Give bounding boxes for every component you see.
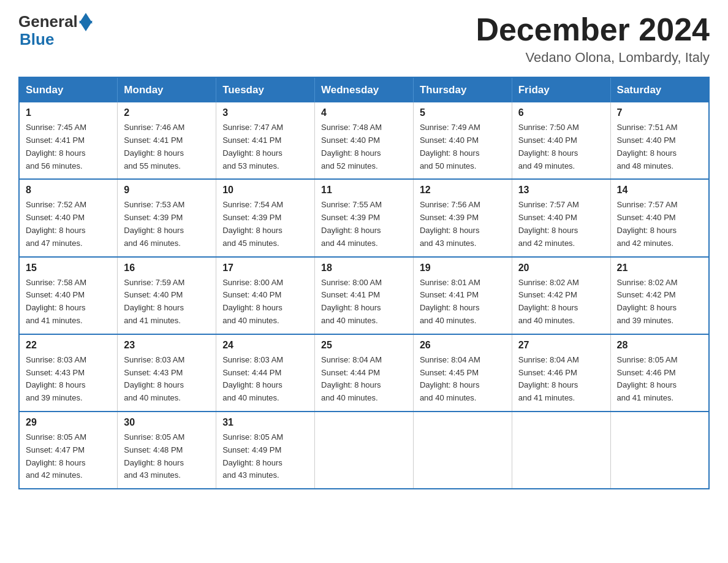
- day-info: Sunrise: 7:52 AM Sunset: 4:40 PM Dayligh…: [26, 199, 111, 250]
- header-wednesday: Wednesday: [315, 77, 414, 102]
- day-info: Sunrise: 7:47 AM Sunset: 4:41 PM Dayligh…: [222, 121, 308, 172]
- day-number: 27: [518, 340, 604, 351]
- day-info: Sunrise: 7:51 AM Sunset: 4:40 PM Dayligh…: [617, 121, 702, 172]
- day-info: Sunrise: 8:03 AM Sunset: 4:44 PM Dayligh…: [222, 354, 308, 405]
- day-info: Sunrise: 8:05 AM Sunset: 4:46 PM Dayligh…: [617, 354, 702, 405]
- day-info: Sunrise: 7:49 AM Sunset: 4:40 PM Dayligh…: [420, 121, 506, 172]
- logo-general-text: General: [18, 12, 78, 31]
- calendar-week-row: 8 Sunrise: 7:52 AM Sunset: 4:40 PM Dayli…: [19, 179, 709, 256]
- day-number: 12: [420, 185, 506, 196]
- table-row: 19 Sunrise: 8:01 AM Sunset: 4:41 PM Dayl…: [413, 257, 512, 334]
- day-number: 18: [321, 262, 407, 274]
- table-row: 23 Sunrise: 8:03 AM Sunset: 4:43 PM Dayl…: [118, 334, 216, 412]
- day-number: 24: [222, 340, 308, 351]
- title-section: December 2024 Vedano Olona, Lombardy, It…: [476, 12, 710, 66]
- day-info: Sunrise: 7:57 AM Sunset: 4:40 PM Dayligh…: [518, 199, 604, 250]
- day-number: 2: [124, 107, 210, 118]
- day-info: Sunrise: 8:02 AM Sunset: 4:42 PM Dayligh…: [617, 277, 702, 327]
- day-info: Sunrise: 8:00 AM Sunset: 4:41 PM Dayligh…: [321, 277, 407, 327]
- table-row: 27 Sunrise: 8:04 AM Sunset: 4:46 PM Dayl…: [512, 334, 610, 412]
- table-row: 10 Sunrise: 7:54 AM Sunset: 4:39 PM Dayl…: [216, 179, 315, 256]
- day-info: Sunrise: 7:55 AM Sunset: 4:39 PM Dayligh…: [321, 199, 407, 250]
- day-number: 9: [124, 185, 210, 196]
- day-number: 30: [124, 417, 210, 428]
- table-row: 2 Sunrise: 7:46 AM Sunset: 4:41 PM Dayli…: [118, 102, 216, 179]
- day-number: 1: [26, 107, 111, 118]
- day-info: Sunrise: 7:45 AM Sunset: 4:41 PM Dayligh…: [26, 121, 111, 172]
- day-number: 26: [420, 340, 506, 351]
- table-row: 21 Sunrise: 8:02 AM Sunset: 4:42 PM Dayl…: [610, 257, 709, 334]
- table-row: 18 Sunrise: 8:00 AM Sunset: 4:41 PM Dayl…: [315, 257, 414, 334]
- day-number: 15: [26, 262, 111, 274]
- logo: General Blue: [18, 12, 93, 49]
- header-sunday: Sunday: [19, 77, 118, 102]
- day-number: 17: [222, 262, 308, 274]
- day-number: 4: [321, 107, 407, 118]
- table-row: [512, 412, 610, 489]
- day-info: Sunrise: 8:05 AM Sunset: 4:48 PM Dayligh…: [124, 431, 210, 482]
- day-number: 21: [617, 262, 702, 274]
- table-row: 5 Sunrise: 7:49 AM Sunset: 4:40 PM Dayli…: [413, 102, 512, 179]
- table-row: 26 Sunrise: 8:04 AM Sunset: 4:45 PM Dayl…: [413, 334, 512, 412]
- day-number: 8: [26, 185, 111, 196]
- table-row: 15 Sunrise: 7:58 AM Sunset: 4:40 PM Dayl…: [19, 257, 118, 334]
- calendar-table: Sunday Monday Tuesday Wednesday Thursday…: [18, 77, 710, 489]
- calendar-week-row: 22 Sunrise: 8:03 AM Sunset: 4:43 PM Dayl…: [19, 334, 709, 412]
- table-row: 20 Sunrise: 8:02 AM Sunset: 4:42 PM Dayl…: [512, 257, 610, 334]
- table-row: 3 Sunrise: 7:47 AM Sunset: 4:41 PM Dayli…: [216, 102, 315, 179]
- day-info: Sunrise: 7:57 AM Sunset: 4:40 PM Dayligh…: [617, 199, 702, 250]
- day-number: 28: [617, 340, 702, 351]
- logo-icon: [78, 13, 93, 31]
- day-info: Sunrise: 8:03 AM Sunset: 4:43 PM Dayligh…: [26, 354, 111, 405]
- table-row: 28 Sunrise: 8:05 AM Sunset: 4:46 PM Dayl…: [610, 334, 709, 412]
- header-thursday: Thursday: [413, 77, 512, 102]
- day-number: 25: [321, 340, 407, 351]
- day-info: Sunrise: 8:02 AM Sunset: 4:42 PM Dayligh…: [518, 277, 604, 327]
- day-info: Sunrise: 8:01 AM Sunset: 4:41 PM Dayligh…: [420, 277, 506, 327]
- day-info: Sunrise: 7:54 AM Sunset: 4:39 PM Dayligh…: [222, 199, 308, 250]
- calendar-week-row: 1 Sunrise: 7:45 AM Sunset: 4:41 PM Dayli…: [19, 102, 709, 179]
- table-row: 13 Sunrise: 7:57 AM Sunset: 4:40 PM Dayl…: [512, 179, 610, 256]
- day-number: 29: [26, 417, 111, 428]
- day-number: 31: [222, 417, 308, 428]
- table-row: 14 Sunrise: 7:57 AM Sunset: 4:40 PM Dayl…: [610, 179, 709, 256]
- day-info: Sunrise: 7:48 AM Sunset: 4:40 PM Dayligh…: [321, 121, 407, 172]
- day-info: Sunrise: 8:00 AM Sunset: 4:40 PM Dayligh…: [222, 277, 308, 327]
- calendar-week-row: 29 Sunrise: 8:05 AM Sunset: 4:47 PM Dayl…: [19, 412, 709, 489]
- day-number: 20: [518, 262, 604, 274]
- day-info: Sunrise: 8:04 AM Sunset: 4:45 PM Dayligh…: [420, 354, 506, 405]
- table-row: 30 Sunrise: 8:05 AM Sunset: 4:48 PM Dayl…: [118, 412, 216, 489]
- table-row: 25 Sunrise: 8:04 AM Sunset: 4:44 PM Dayl…: [315, 334, 414, 412]
- table-row: 24 Sunrise: 8:03 AM Sunset: 4:44 PM Dayl…: [216, 334, 315, 412]
- calendar-week-row: 15 Sunrise: 7:58 AM Sunset: 4:40 PM Dayl…: [19, 257, 709, 334]
- table-row: 4 Sunrise: 7:48 AM Sunset: 4:40 PM Dayli…: [315, 102, 414, 179]
- table-row: [315, 412, 414, 489]
- day-number: 13: [518, 185, 604, 196]
- table-row: 16 Sunrise: 7:59 AM Sunset: 4:40 PM Dayl…: [118, 257, 216, 334]
- table-row: 11 Sunrise: 7:55 AM Sunset: 4:39 PM Dayl…: [315, 179, 414, 256]
- day-number: 14: [617, 185, 702, 196]
- location-text: Vedano Olona, Lombardy, Italy: [476, 50, 710, 66]
- header-friday: Friday: [512, 77, 610, 102]
- table-row: 1 Sunrise: 7:45 AM Sunset: 4:41 PM Dayli…: [19, 102, 118, 179]
- day-info: Sunrise: 8:05 AM Sunset: 4:47 PM Dayligh…: [26, 431, 111, 482]
- day-number: 22: [26, 340, 111, 351]
- day-number: 23: [124, 340, 210, 351]
- page-header: General Blue December 2024 Vedano Olona,…: [18, 12, 710, 66]
- day-number: 6: [518, 107, 604, 118]
- header-saturday: Saturday: [610, 77, 709, 102]
- day-info: Sunrise: 7:50 AM Sunset: 4:40 PM Dayligh…: [518, 121, 604, 172]
- day-info: Sunrise: 7:59 AM Sunset: 4:40 PM Dayligh…: [124, 277, 210, 327]
- day-number: 16: [124, 262, 210, 274]
- day-number: 19: [420, 262, 506, 274]
- day-info: Sunrise: 8:04 AM Sunset: 4:44 PM Dayligh…: [321, 354, 407, 405]
- day-number: 5: [420, 107, 506, 118]
- table-row: 8 Sunrise: 7:52 AM Sunset: 4:40 PM Dayli…: [19, 179, 118, 256]
- table-row: 17 Sunrise: 8:00 AM Sunset: 4:40 PM Dayl…: [216, 257, 315, 334]
- day-number: 11: [321, 185, 407, 196]
- day-info: Sunrise: 8:03 AM Sunset: 4:43 PM Dayligh…: [124, 354, 210, 405]
- table-row: 22 Sunrise: 8:03 AM Sunset: 4:43 PM Dayl…: [19, 334, 118, 412]
- table-row: 29 Sunrise: 8:05 AM Sunset: 4:47 PM Dayl…: [19, 412, 118, 489]
- table-row: 6 Sunrise: 7:50 AM Sunset: 4:40 PM Dayli…: [512, 102, 610, 179]
- day-info: Sunrise: 7:58 AM Sunset: 4:40 PM Dayligh…: [26, 277, 111, 327]
